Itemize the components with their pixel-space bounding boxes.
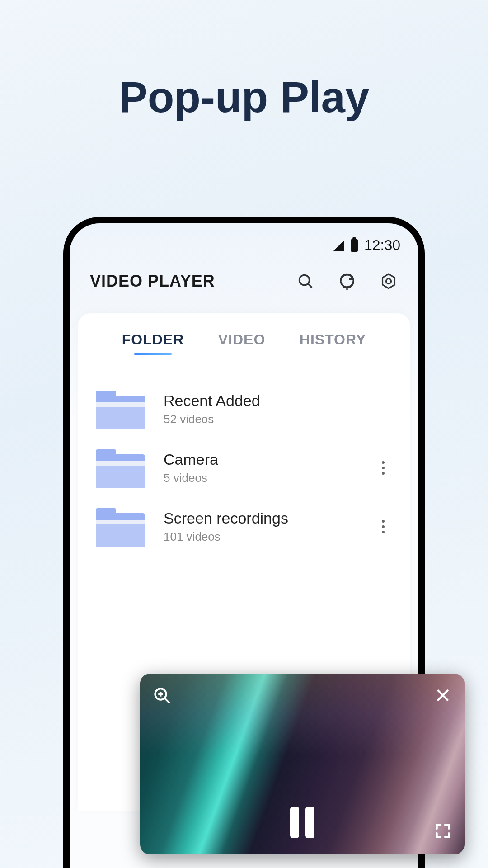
folder-info: Recent Added 52 videos — [164, 392, 392, 426]
settings-icon — [380, 273, 397, 290]
folder-item-recent-added[interactable]: Recent Added 52 videos — [91, 380, 397, 439]
tab-folder[interactable]: FOLDER — [122, 331, 184, 348]
folder-count: 5 videos — [164, 471, 374, 485]
appbar-actions — [296, 272, 398, 291]
folder-icon — [96, 506, 145, 547]
battery-icon — [351, 239, 358, 252]
app-title: VIDEO PLAYER — [90, 272, 296, 291]
tab-bar: FOLDER VIDEO HISTORY — [91, 331, 397, 366]
status-bar: 12:30 — [70, 223, 418, 254]
folder-icon — [96, 448, 145, 488]
app-bar: VIDEO PLAYER — [70, 254, 418, 304]
svg-point-3 — [386, 278, 391, 283]
search-icon — [297, 273, 314, 290]
folder-count: 101 videos — [164, 530, 374, 544]
folder-list: Recent Added 52 videos Camera 5 videos — [91, 380, 397, 556]
popup-controls — [140, 674, 465, 854]
tab-history[interactable]: HISTORY — [300, 331, 366, 348]
search-button[interactable] — [296, 272, 315, 291]
signal-icon — [333, 240, 344, 251]
fullscreen-icon — [434, 822, 452, 840]
svg-line-5 — [165, 698, 169, 703]
zoom-button[interactable] — [153, 686, 172, 707]
folder-info: Screen recordings 101 videos — [164, 509, 374, 544]
folder-info: Camera 5 videos — [164, 451, 374, 485]
page-title: Pop-up Play — [0, 72, 488, 122]
refresh-icon — [338, 273, 356, 290]
more-button[interactable] — [374, 461, 392, 475]
zoom-in-icon — [153, 686, 172, 705]
close-icon — [434, 686, 452, 704]
folder-item-screen-recordings[interactable]: Screen recordings 101 videos — [91, 497, 397, 556]
folder-name: Camera — [164, 451, 374, 468]
svg-line-1 — [308, 284, 312, 288]
more-button[interactable] — [374, 520, 392, 533]
fullscreen-button[interactable] — [434, 822, 452, 842]
svg-marker-2 — [383, 274, 395, 288]
svg-point-0 — [300, 275, 310, 285]
folder-item-camera[interactable]: Camera 5 videos — [91, 439, 397, 497]
folder-name: Recent Added — [164, 392, 392, 410]
folder-icon — [96, 389, 145, 429]
settings-button[interactable] — [379, 272, 398, 291]
tab-video[interactable]: VIDEO — [218, 331, 266, 348]
refresh-button[interactable] — [338, 272, 357, 291]
close-button[interactable] — [434, 686, 452, 706]
folder-name: Screen recordings — [164, 509, 374, 527]
clock: 12:30 — [364, 237, 400, 254]
popup-player[interactable] — [140, 674, 465, 854]
folder-count: 52 videos — [164, 412, 392, 426]
